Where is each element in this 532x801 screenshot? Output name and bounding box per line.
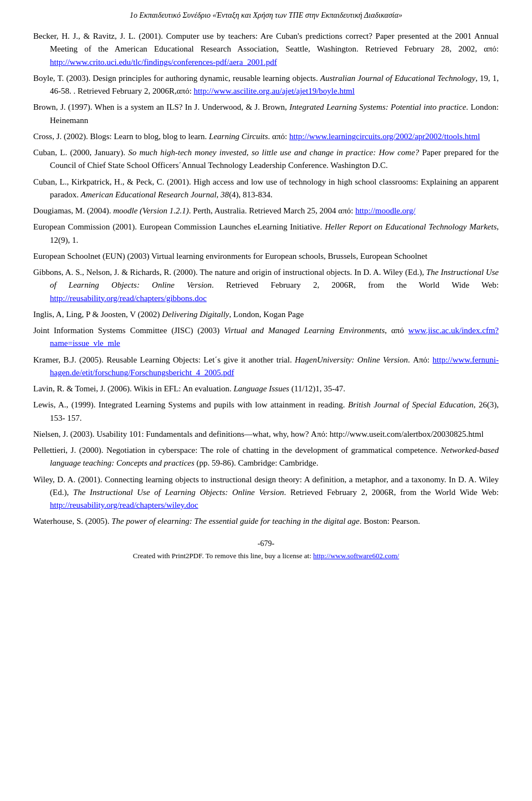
ref-nielsen: Nielsen, J. (2003). Usability 101: Funda… [33, 428, 499, 441]
print2pdf-link[interactable]: http://www.software602.com/ [313, 552, 399, 560]
print2pdf-text: Created with Print2PDF. To remove this l… [133, 552, 311, 560]
ref-jisc: Joint Information Systems Committee (JIS… [33, 324, 499, 350]
ref-boyle: Boyle, T. (2003). Design principles for … [33, 72, 499, 98]
ref-cuban2000: Cuban, L. (2000, January). So much high-… [33, 146, 499, 172]
page-container: 1ο Εκπαιδευτικό Συνέδριο «Ένταξη και Χρή… [0, 0, 532, 801]
ref-dougiamas: Dougiamas, M. (2004). moodle (Version 1.… [33, 205, 499, 217]
link-gibbons[interactable]: http://reusability.org/read/chapters/gib… [50, 294, 207, 303]
page-header: 1ο Εκπαιδευτικό Συνέδριο «Ένταξη και Χρή… [33, 11, 499, 20]
ref-cuban2001: Cuban, L., Kirkpatrick, H., & Peck, C. (… [33, 176, 499, 202]
link-boyle[interactable]: http://www.ascilite.org.au/ajet/ajet19/b… [194, 86, 355, 95]
ref-cross: Cross, J. (2002). Blogs: Learn to blog, … [33, 130, 499, 143]
header-text: 1ο Εκπαιδευτικό Συνέδριο «Ένταξη και Χρή… [130, 11, 402, 19]
ref-brown: Brown, J. (1997). When is a system an IL… [33, 101, 499, 127]
link-dougiamas[interactable]: http://moodle.org/ [355, 206, 415, 215]
link-becker[interactable]: http://www.crito.uci.edu/tlc/findings/co… [50, 58, 277, 67]
ref-kramer: Kramer, B.J. (2005). Reusable Learning O… [33, 354, 499, 380]
references-body: Becker, H. J., & Ravitz, J. L. (2001). C… [33, 30, 499, 528]
link-kramer[interactable]: http://www.fernuni-hagen.de/etit/forschu… [50, 355, 499, 377]
ref-lewis: Lewis, A., (1999). Integrated Learning S… [33, 399, 499, 425]
ref-european2003: European Schoolnet (EUN) (2003) Virtual … [33, 250, 499, 263]
ref-inglis: Inglis, A, Ling, P & Joosten, V (2002) D… [33, 308, 499, 321]
ref-european2001: European Commission (2001). European Com… [33, 221, 499, 247]
link-cross[interactable]: http://www.learningcircuits.org/2002/apr… [289, 132, 480, 141]
footer-print2pdf: Created with Print2PDF. To remove this l… [33, 552, 499, 560]
print2pdf-url: http://www.software602.com/ [313, 552, 399, 560]
page-number: -679- [33, 539, 499, 548]
ref-pellettieri: Pellettieri, J. (2000). Negotiation in c… [33, 444, 499, 470]
ref-wiley: Wiley, D. A. (2001). Connecting learning… [33, 473, 499, 512]
ref-gibbons: Gibbons, A. S., Nelson, J. & Richards, R… [33, 266, 499, 305]
ref-lavin: Lavin, R. & Tomei, J. (2006). Wikis in E… [33, 382, 499, 395]
link-wiley[interactable]: http://reusability.org/read/chapters/wil… [50, 501, 198, 509]
ref-becker: Becker, H. J., & Ravitz, J. L. (2001). C… [33, 30, 499, 69]
ref-waterhouse: Waterhouse, S. (2005). The power of elea… [33, 515, 499, 528]
